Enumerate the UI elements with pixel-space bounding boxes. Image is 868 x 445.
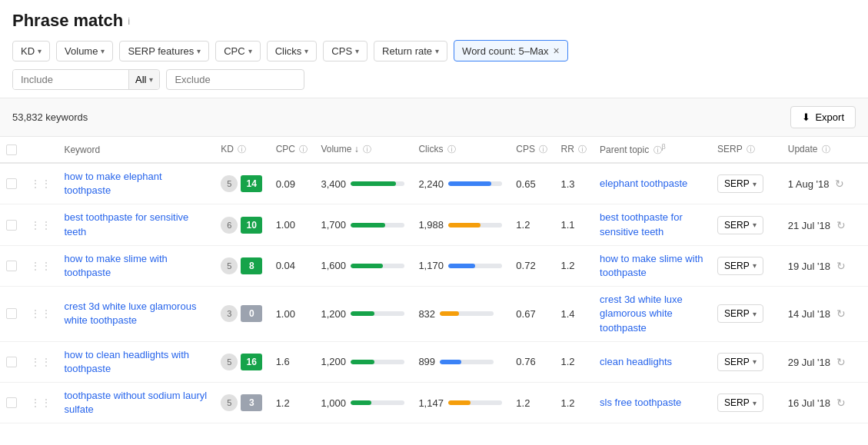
title-info-icon[interactable]: i xyxy=(128,15,130,27)
all-select-btn[interactable]: All ▾ xyxy=(129,70,159,89)
parent-topic-link[interactable]: how to make slime with toothpaste xyxy=(600,253,703,278)
th-clicks[interactable]: Clicks ⓘ xyxy=(412,137,510,163)
th-update[interactable]: Update ⓘ xyxy=(782,137,868,163)
refresh-icon[interactable]: ↻ xyxy=(836,219,846,231)
th-drag xyxy=(24,137,58,163)
th-cpc[interactable]: CPC ⓘ xyxy=(270,137,315,163)
row-serp-cell: SERP ▾ xyxy=(711,383,782,423)
serp-button[interactable]: SERP ▾ xyxy=(717,174,763,193)
refresh-icon[interactable]: ↻ xyxy=(836,307,846,320)
info-icon[interactable]: ⓘ xyxy=(653,145,662,154)
row-drag-cell: ⋮⋮ xyxy=(24,204,58,245)
th-kd[interactable]: KD ⓘ xyxy=(215,137,269,163)
refresh-icon[interactable]: ↻ xyxy=(836,260,846,272)
include-input[interactable] xyxy=(13,70,128,89)
info-icon[interactable]: ⓘ xyxy=(822,144,830,154)
row-checkbox[interactable] xyxy=(6,261,17,271)
row-volume-cell: 1,000 xyxy=(314,383,412,423)
drag-icon[interactable]: ⋮⋮ xyxy=(30,307,52,320)
filter-cps[interactable]: CPS ▾ xyxy=(323,41,367,61)
filter-kd[interactable]: KD ▾ xyxy=(12,41,50,61)
row-checkbox[interactable] xyxy=(6,357,17,367)
row-checkbox[interactable] xyxy=(6,308,17,319)
serp-label: SERP xyxy=(724,308,750,319)
row-rr-cell: 1.1 xyxy=(554,204,594,245)
info-icon[interactable]: ⓘ xyxy=(238,144,246,154)
export-icon: ⬇ xyxy=(802,111,810,123)
serp-button[interactable]: SERP ▾ xyxy=(717,353,763,371)
th-rr[interactable]: RR ⓘ xyxy=(554,137,594,163)
volume-bar xyxy=(351,311,404,316)
info-icon[interactable]: ⓘ xyxy=(299,144,308,154)
table-row: ⋮⋮ crest 3d white luxe glamorous white t… xyxy=(0,287,868,342)
drag-icon[interactable]: ⋮⋮ xyxy=(30,397,52,409)
keyword-link[interactable]: how to make elephant toothpaste xyxy=(64,171,161,196)
keyword-link[interactable]: best toothpaste for sensitive teeth xyxy=(64,211,188,237)
keyword-link[interactable]: how to clean headlights with toothpaste xyxy=(64,349,189,374)
keyword-link[interactable]: crest 3d white luxe glamorous white toot… xyxy=(64,301,196,326)
info-icon[interactable]: ⓘ xyxy=(447,144,456,154)
drag-icon[interactable]: ⋮⋮ xyxy=(30,260,52,272)
parent-topic-link[interactable]: sls free toothpaste xyxy=(600,397,681,408)
row-parent-cell: clean headlights xyxy=(594,341,711,382)
close-icon[interactable]: × xyxy=(554,45,560,57)
row-checkbox[interactable] xyxy=(6,397,17,408)
export-button[interactable]: ⬇ Export xyxy=(790,106,856,128)
kd-badge: 8 xyxy=(241,257,262,274)
header-checkbox[interactable] xyxy=(6,144,17,155)
parent-topic-link[interactable]: elephant toothpaste xyxy=(600,178,687,189)
filter-return-rate[interactable]: Return rate ▾ xyxy=(374,41,447,61)
parent-topic-link[interactable]: clean headlights xyxy=(600,356,672,367)
row-update-cell: 29 Jul '18 ↻ xyxy=(782,341,868,382)
word-count-tag[interactable]: Word count: 5–Max × xyxy=(454,40,568,61)
row-keyword-cell: how to make elephant toothpaste xyxy=(58,163,215,204)
refresh-icon[interactable]: ↻ xyxy=(836,397,846,409)
th-volume[interactable]: Volume ↓ ⓘ xyxy=(314,137,412,163)
volume-value: 1,200 xyxy=(321,356,346,367)
chevron-down-icon: ▾ xyxy=(435,47,439,55)
row-checkbox[interactable] xyxy=(6,178,17,189)
info-icon[interactable]: ⓘ xyxy=(578,144,587,154)
serp-button[interactable]: SERP ▾ xyxy=(717,257,763,275)
row-cpc-cell: 1.00 xyxy=(270,287,315,342)
row-kd-cell: 5 16 xyxy=(215,341,269,382)
row-checkbox-cell xyxy=(0,383,24,423)
filter-bar: KD ▾ Volume ▾ SERP features ▾ CPC ▾ Clic… xyxy=(12,40,856,61)
th-parent-topic[interactable]: Parent topic ⓘβ xyxy=(594,137,711,163)
filter-clicks[interactable]: Clicks ▾ xyxy=(267,41,318,61)
drag-icon[interactable]: ⋮⋮ xyxy=(30,219,52,231)
parent-topic-link[interactable]: crest 3d white luxe glamorous white toot… xyxy=(600,294,683,333)
parent-topic-link[interactable]: best toothpaste for sensitive teeth xyxy=(600,211,683,237)
serp-button[interactable]: SERP ▾ xyxy=(717,394,763,412)
info-icon[interactable]: ⓘ xyxy=(747,144,755,154)
info-icon[interactable]: ⓘ xyxy=(363,144,371,154)
row-checkbox[interactable] xyxy=(6,220,17,231)
clicks-value: 1,170 xyxy=(418,260,444,271)
row-clicks-cell: 832 xyxy=(412,287,510,342)
info-icon[interactable]: ⓘ xyxy=(539,144,547,154)
row-clicks-cell: 1,147 xyxy=(412,383,510,423)
th-keyword[interactable]: Keyword xyxy=(58,137,215,163)
th-cps[interactable]: CPS ⓘ xyxy=(510,137,554,163)
keyword-link[interactable]: toothpaste without sodium lauryl sulfate xyxy=(64,390,207,415)
row-update-cell: 19 Jul '18 ↻ xyxy=(782,245,868,286)
refresh-icon[interactable]: ↻ xyxy=(836,356,846,368)
filter-volume[interactable]: Volume ▾ xyxy=(56,41,113,61)
keyword-link[interactable]: how to make slime with toothpaste xyxy=(64,253,167,278)
serp-button[interactable]: SERP ▾ xyxy=(717,304,763,323)
filter-cpc[interactable]: CPC ▾ xyxy=(215,41,260,61)
chevron-down-icon: ▾ xyxy=(753,180,757,188)
row-parent-cell: elephant toothpaste xyxy=(594,163,711,204)
filter-serp-features[interactable]: SERP features ▾ xyxy=(119,41,209,61)
refresh-icon[interactable]: ↻ xyxy=(835,178,844,190)
serp-button[interactable]: SERP ▾ xyxy=(717,216,763,234)
volume-bar xyxy=(351,400,404,405)
th-serp[interactable]: SERP ⓘ xyxy=(711,137,782,163)
chevron-down-icon: ▾ xyxy=(753,357,757,366)
drag-icon[interactable]: ⋮⋮ xyxy=(30,178,52,190)
row-cpc-cell: 1.6 xyxy=(270,341,315,382)
exclude-input[interactable] xyxy=(166,69,304,90)
row-checkbox-cell xyxy=(0,287,24,342)
kd-circle: 5 xyxy=(221,257,238,274)
drag-icon[interactable]: ⋮⋮ xyxy=(30,356,52,368)
